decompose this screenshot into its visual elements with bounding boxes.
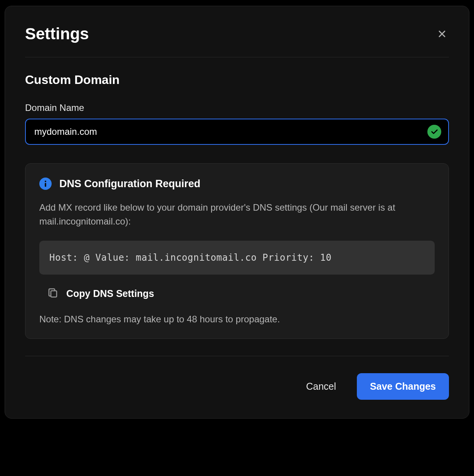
domain-name-input[interactable] bbox=[25, 119, 449, 145]
modal-title: Settings bbox=[25, 25, 89, 43]
dns-info-header: DNS Configuration Required bbox=[39, 178, 435, 190]
domain-name-label: Domain Name bbox=[25, 102, 449, 113]
save-changes-button[interactable]: Save Changes bbox=[357, 373, 449, 400]
copy-dns-button[interactable]: Copy DNS Settings bbox=[39, 287, 435, 300]
close-icon bbox=[437, 28, 447, 39]
dns-note: Note: DNS changes may take up to 48 hour… bbox=[39, 314, 435, 325]
close-button[interactable] bbox=[435, 27, 449, 41]
settings-modal: Settings Custom Domain Domain Name bbox=[5, 6, 469, 419]
cancel-button[interactable]: Cancel bbox=[298, 375, 344, 397]
info-icon bbox=[39, 178, 52, 190]
section-title: Custom Domain bbox=[25, 73, 449, 87]
copy-icon bbox=[47, 287, 59, 300]
svg-rect-1 bbox=[45, 183, 46, 187]
modal-footer: Cancel Save Changes bbox=[25, 356, 449, 400]
check-icon bbox=[427, 125, 441, 139]
dns-description: Add MX record like below to your domain … bbox=[39, 201, 435, 228]
modal-header: Settings bbox=[25, 25, 449, 57]
dns-info-panel: DNS Configuration Required Add MX record… bbox=[25, 163, 449, 339]
custom-domain-section: Custom Domain Domain Name DNS Configurat… bbox=[25, 57, 449, 339]
dns-info-title: DNS Configuration Required bbox=[59, 178, 200, 190]
svg-rect-2 bbox=[51, 291, 57, 297]
dns-record-code: Host: @ Value: mail.incognitomail.co Pri… bbox=[39, 241, 435, 275]
svg-point-0 bbox=[45, 181, 46, 182]
domain-input-wrap bbox=[25, 119, 449, 145]
copy-dns-label: Copy DNS Settings bbox=[66, 288, 154, 299]
